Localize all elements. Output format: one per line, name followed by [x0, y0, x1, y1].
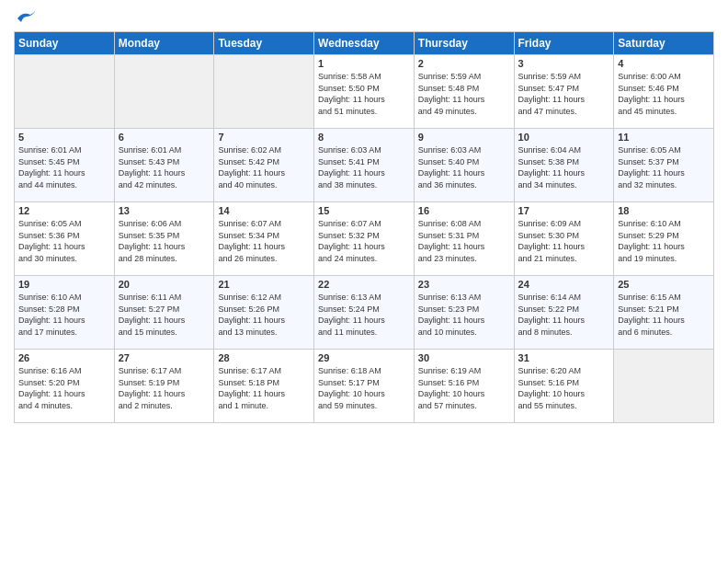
- page: SundayMondayTuesdayWednesdayThursdayFrid…: [0, 0, 728, 563]
- day-info: Sunrise: 6:17 AM Sunset: 5:19 PM Dayligh…: [119, 365, 210, 411]
- calendar-cell: 10Sunrise: 6:04 AM Sunset: 5:38 PM Dayli…: [514, 129, 614, 202]
- day-info: Sunrise: 6:16 AM Sunset: 5:20 PM Dayligh…: [18, 365, 110, 411]
- day-number: 9: [418, 132, 510, 143]
- weekday-header-tuesday: Tuesday: [214, 32, 314, 55]
- week-row-4: 19Sunrise: 6:10 AM Sunset: 5:28 PM Dayli…: [15, 276, 714, 350]
- day-info: Sunrise: 6:07 AM Sunset: 5:34 PM Dayligh…: [218, 218, 310, 264]
- day-info: Sunrise: 5:59 AM Sunset: 5:47 PM Dayligh…: [518, 71, 610, 117]
- day-info: Sunrise: 6:18 AM Sunset: 5:17 PM Dayligh…: [318, 365, 410, 411]
- day-number: 8: [318, 132, 410, 143]
- day-number: 21: [218, 279, 310, 290]
- calendar-cell: 3Sunrise: 5:59 AM Sunset: 5:47 PM Daylig…: [514, 55, 614, 129]
- calendar-cell: 1Sunrise: 5:58 AM Sunset: 5:50 PM Daylig…: [314, 55, 415, 129]
- day-number: 19: [18, 279, 110, 290]
- calendar-cell: 20Sunrise: 6:11 AM Sunset: 5:27 PM Dayli…: [114, 276, 214, 350]
- day-number: 22: [318, 279, 410, 290]
- weekday-header-thursday: Thursday: [414, 32, 514, 55]
- weekday-header-monday: Monday: [114, 32, 214, 55]
- calendar-cell: 12Sunrise: 6:05 AM Sunset: 5:36 PM Dayli…: [15, 202, 115, 276]
- calendar-cell: 4Sunrise: 6:00 AM Sunset: 5:46 PM Daylig…: [614, 55, 714, 129]
- weekday-header-saturday: Saturday: [614, 32, 714, 55]
- calendar-cell: 5Sunrise: 6:01 AM Sunset: 5:45 PM Daylig…: [15, 129, 115, 202]
- calendar-cell: 6Sunrise: 6:01 AM Sunset: 5:43 PM Daylig…: [114, 129, 214, 202]
- day-number: 17: [518, 205, 610, 216]
- day-info: Sunrise: 6:03 AM Sunset: 5:40 PM Dayligh…: [418, 144, 510, 190]
- day-info: Sunrise: 6:13 AM Sunset: 5:23 PM Dayligh…: [418, 292, 510, 338]
- day-info: Sunrise: 6:04 AM Sunset: 5:38 PM Dayligh…: [518, 144, 610, 190]
- day-number: 25: [618, 279, 710, 290]
- day-info: Sunrise: 6:13 AM Sunset: 5:24 PM Dayligh…: [318, 292, 410, 338]
- day-number: 30: [418, 352, 510, 363]
- calendar-cell: 2Sunrise: 5:59 AM Sunset: 5:48 PM Daylig…: [414, 55, 514, 129]
- day-info: Sunrise: 6:08 AM Sunset: 5:31 PM Dayligh…: [418, 218, 510, 264]
- day-number: 2: [418, 58, 510, 69]
- calendar-cell: 8Sunrise: 6:03 AM Sunset: 5:41 PM Daylig…: [314, 129, 415, 202]
- day-info: Sunrise: 6:17 AM Sunset: 5:18 PM Dayligh…: [218, 365, 310, 411]
- day-info: Sunrise: 6:01 AM Sunset: 5:45 PM Dayligh…: [18, 144, 110, 190]
- day-info: Sunrise: 6:03 AM Sunset: 5:41 PM Dayligh…: [318, 144, 410, 190]
- day-info: Sunrise: 6:07 AM Sunset: 5:32 PM Dayligh…: [318, 218, 410, 264]
- day-info: Sunrise: 6:09 AM Sunset: 5:30 PM Dayligh…: [518, 218, 610, 264]
- calendar-cell: 23Sunrise: 6:13 AM Sunset: 5:23 PM Dayli…: [414, 276, 514, 350]
- day-number: 24: [518, 279, 610, 290]
- day-number: 23: [418, 279, 510, 290]
- week-row-5: 26Sunrise: 6:16 AM Sunset: 5:20 PM Dayli…: [15, 350, 714, 423]
- day-number: 27: [119, 352, 210, 363]
- calendar-cell: 31Sunrise: 6:20 AM Sunset: 5:16 PM Dayli…: [514, 350, 614, 423]
- day-number: 20: [119, 279, 210, 290]
- day-number: 12: [18, 205, 110, 216]
- day-number: 16: [418, 205, 510, 216]
- day-number: 13: [119, 205, 210, 216]
- calendar-cell: 15Sunrise: 6:07 AM Sunset: 5:32 PM Dayli…: [314, 202, 415, 276]
- calendar-cell: 11Sunrise: 6:05 AM Sunset: 5:37 PM Dayli…: [614, 129, 714, 202]
- calendar-body: 1Sunrise: 5:58 AM Sunset: 5:50 PM Daylig…: [15, 55, 714, 423]
- calendar-cell: 29Sunrise: 6:18 AM Sunset: 5:17 PM Dayli…: [314, 350, 415, 423]
- day-number: 3: [518, 58, 610, 69]
- header: [14, 9, 714, 24]
- day-info: Sunrise: 6:06 AM Sunset: 5:35 PM Dayligh…: [119, 218, 210, 264]
- calendar-cell: 19Sunrise: 6:10 AM Sunset: 5:28 PM Dayli…: [15, 276, 115, 350]
- calendar-cell: 24Sunrise: 6:14 AM Sunset: 5:22 PM Dayli…: [514, 276, 614, 350]
- calendar-cell: 26Sunrise: 6:16 AM Sunset: 5:20 PM Dayli…: [15, 350, 115, 423]
- calendar-cell: [614, 350, 714, 423]
- calendar-cell: 28Sunrise: 6:17 AM Sunset: 5:18 PM Dayli…: [214, 350, 314, 423]
- weekday-header-sunday: Sunday: [15, 32, 115, 55]
- day-number: 10: [518, 132, 610, 143]
- day-number: 1: [318, 58, 410, 69]
- calendar-cell: [214, 55, 314, 129]
- day-info: Sunrise: 6:20 AM Sunset: 5:16 PM Dayligh…: [518, 365, 610, 411]
- day-number: 15: [318, 205, 410, 216]
- week-row-1: 1Sunrise: 5:58 AM Sunset: 5:50 PM Daylig…: [15, 55, 714, 129]
- day-info: Sunrise: 6:02 AM Sunset: 5:42 PM Dayligh…: [218, 144, 310, 190]
- logo: [14, 9, 36, 24]
- day-info: Sunrise: 6:10 AM Sunset: 5:29 PM Dayligh…: [618, 218, 710, 264]
- day-number: 31: [518, 352, 610, 363]
- day-number: 11: [618, 132, 710, 143]
- day-number: 4: [618, 58, 710, 69]
- calendar-cell: 18Sunrise: 6:10 AM Sunset: 5:29 PM Dayli…: [614, 202, 714, 276]
- calendar-cell: [114, 55, 214, 129]
- day-number: 29: [318, 352, 410, 363]
- day-number: 6: [119, 132, 210, 143]
- weekday-header-wednesday: Wednesday: [314, 32, 415, 55]
- calendar-cell: 30Sunrise: 6:19 AM Sunset: 5:16 PM Dayli…: [414, 350, 514, 423]
- calendar-cell: 17Sunrise: 6:09 AM Sunset: 5:30 PM Dayli…: [514, 202, 614, 276]
- calendar-cell: 16Sunrise: 6:08 AM Sunset: 5:31 PM Dayli…: [414, 202, 514, 276]
- calendar-cell: 21Sunrise: 6:12 AM Sunset: 5:26 PM Dayli…: [214, 276, 314, 350]
- day-number: 28: [218, 352, 310, 363]
- day-info: Sunrise: 6:19 AM Sunset: 5:16 PM Dayligh…: [418, 365, 510, 411]
- day-number: 5: [18, 132, 110, 143]
- week-row-2: 5Sunrise: 6:01 AM Sunset: 5:45 PM Daylig…: [15, 129, 714, 202]
- day-info: Sunrise: 5:58 AM Sunset: 5:50 PM Dayligh…: [318, 71, 410, 117]
- calendar-cell: 7Sunrise: 6:02 AM Sunset: 5:42 PM Daylig…: [214, 129, 314, 202]
- day-number: 14: [218, 205, 310, 216]
- day-info: Sunrise: 6:00 AM Sunset: 5:46 PM Dayligh…: [618, 71, 710, 117]
- calendar-cell: 9Sunrise: 6:03 AM Sunset: 5:40 PM Daylig…: [414, 129, 514, 202]
- day-number: 7: [218, 132, 310, 143]
- day-number: 26: [18, 352, 110, 363]
- day-info: Sunrise: 6:05 AM Sunset: 5:37 PM Dayligh…: [618, 144, 710, 190]
- day-number: 18: [618, 205, 710, 216]
- day-info: Sunrise: 6:14 AM Sunset: 5:22 PM Dayligh…: [518, 292, 610, 338]
- day-info: Sunrise: 6:12 AM Sunset: 5:26 PM Dayligh…: [218, 292, 310, 338]
- weekday-header-row: SundayMondayTuesdayWednesdayThursdayFrid…: [15, 32, 714, 55]
